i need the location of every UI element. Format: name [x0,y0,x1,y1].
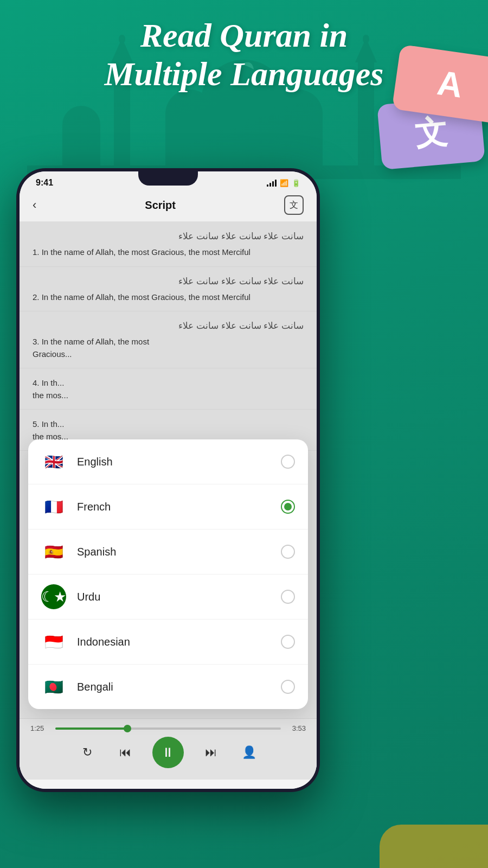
urdu-flag: ☾★ [41,584,66,609]
headline-text: Read Quran in Multiple Languages [104,17,383,92]
phone-notch [138,171,198,186]
french-radio-inner [284,503,292,510]
svg-rect-9 [165,114,214,168]
english-radio[interactable] [281,455,295,469]
language-spanish[interactable]: 🇪🇸 Spanish [28,529,308,575]
status-time: 9:41 [36,178,53,188]
urdu-label: Urdu [77,591,281,603]
spanish-radio[interactable] [281,545,295,559]
spanish-label: Spanish [77,546,281,558]
indonesian-label: Indonesian [77,636,281,648]
bubble-a-text: A [435,62,465,106]
english-label: English [77,456,281,468]
french-radio[interactable] [281,500,295,514]
bengali-radio[interactable] [281,680,295,694]
corner-ribbon [380,825,488,868]
indonesian-radio[interactable] [281,635,295,649]
signal-icon [267,179,277,187]
bubble-zh-text: 文 [413,110,450,156]
language-indonesian[interactable]: 🇮🇩 Indonesian [28,620,308,665]
language-french[interactable]: 🇫🇷 French [28,484,308,529]
svg-rect-11 [274,114,323,168]
battery-icon: 🔋 [292,179,300,187]
language-english[interactable]: 🇬🇧 English [28,439,308,484]
bengali-label: Bengali [77,681,281,693]
svg-rect-13 [62,125,100,168]
indonesian-flag: 🇮🇩 [41,629,66,654]
quran-content: سانت علاء سانت علاء سانت علاء 1. In the … [20,222,317,780]
urdu-radio[interactable] [281,590,295,604]
phone-mockup: 9:41 📶 🔋 ‹ Script 文 [16,168,320,792]
translate-icon: 文 [290,200,298,211]
app-header: ‹ Script 文 [20,191,317,222]
translate-button[interactable]: 文 [284,195,304,215]
spanish-flag: 🇪🇸 [41,539,66,564]
bengali-flag: 🇧🇩 [41,674,66,699]
back-button[interactable]: ‹ [33,198,36,212]
language-urdu[interactable]: ☾★ Urdu [28,575,308,620]
english-flag: 🇬🇧 [41,449,66,474]
status-icons: 📶 🔋 [267,179,300,187]
screen-title: Script [145,199,176,212]
language-dropdown: 🇬🇧 English 🇫🇷 French 🇪🇸 [28,439,308,709]
french-label: French [77,501,281,513]
wifi-icon: 📶 [280,179,288,187]
language-bengali[interactable]: 🇧🇩 Bengali [28,665,308,709]
french-flag: 🇫🇷 [41,494,66,519]
